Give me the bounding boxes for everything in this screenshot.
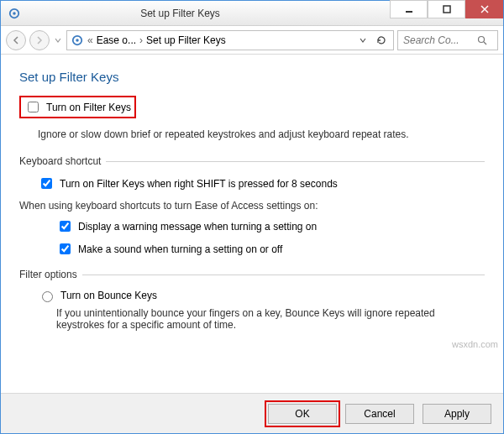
- svg-rect-3: [444, 6, 450, 13]
- search-icon[interactable]: [477, 35, 487, 45]
- breadcrumb-sep-icon[interactable]: ›: [139, 34, 143, 46]
- location-icon: [71, 34, 84, 47]
- bounce-keys-description: If you unintentionally bounce your finge…: [56, 307, 485, 331]
- warning-message-checkbox[interactable]: [60, 221, 71, 232]
- svg-rect-2: [406, 11, 412, 13]
- minimize-button[interactable]: [390, 0, 428, 18]
- turn-on-filter-keys-label[interactable]: Turn on Filter Keys: [46, 102, 131, 113]
- shift-shortcut-checkbox[interactable]: [41, 178, 52, 189]
- title-bar: Set up Filter Keys: [1, 1, 503, 26]
- turn-on-filter-keys-checkbox[interactable]: [28, 102, 39, 112]
- warning-message-label[interactable]: Display a warning message when turning a…: [78, 221, 317, 233]
- search-input[interactable]: [402, 34, 477, 47]
- shift-shortcut-label[interactable]: Turn on Filter Keys when right SHIFT is …: [60, 178, 338, 190]
- sound-label[interactable]: Make a sound when turning a setting on o…: [78, 243, 282, 255]
- window-title: Set up Filter Keys: [0, 8, 390, 19]
- window: Set up Filter Keys «: [0, 0, 504, 434]
- svg-point-8: [479, 36, 485, 42]
- recent-locations-button[interactable]: [53, 37, 63, 44]
- cancel-button[interactable]: Cancel: [345, 404, 414, 424]
- bounce-keys-radio[interactable]: [42, 291, 53, 302]
- page-title: Set up Filter Keys: [19, 70, 485, 84]
- maximize-button[interactable]: [428, 0, 465, 18]
- sound-checkbox[interactable]: [60, 243, 71, 254]
- watermark: wsxdn.com: [452, 339, 498, 349]
- dialog-footer: OK Cancel Apply: [1, 393, 503, 433]
- turn-on-filter-keys-group: Turn on Filter Keys: [19, 96, 136, 118]
- address-dropdown-icon[interactable]: [356, 37, 370, 44]
- divider: [106, 161, 485, 162]
- keyboard-shortcut-legend: Keyboard shortcut: [19, 155, 101, 167]
- breadcrumb-root-sep[interactable]: «: [87, 34, 93, 46]
- forward-button[interactable]: [29, 30, 50, 50]
- ok-button[interactable]: OK: [268, 404, 337, 424]
- address-bar[interactable]: « Ease o... › Set up Filter Keys: [66, 30, 394, 50]
- bounce-keys-label[interactable]: Turn on Bounce Keys: [60, 290, 157, 301]
- filter-options-legend: Filter options: [19, 269, 77, 280]
- close-button[interactable]: [465, 0, 503, 18]
- svg-point-7: [76, 39, 79, 42]
- nav-bar: « Ease o... › Set up Filter Keys: [1, 26, 503, 55]
- divider: [82, 275, 485, 275]
- shortcut-subtext: When using keyboard shortcuts to turn Ea…: [19, 200, 485, 212]
- filter-keys-description: Ignore or slow down brief or repeated ke…: [38, 128, 485, 140]
- content-area: Set up Filter Keys Turn on Filter Keys I…: [1, 55, 503, 393]
- breadcrumb-root[interactable]: Ease o...: [97, 34, 136, 46]
- search-box[interactable]: [397, 30, 498, 50]
- breadcrumb-current[interactable]: Set up Filter Keys: [146, 34, 226, 46]
- svg-line-9: [484, 42, 486, 44]
- back-button[interactable]: [6, 30, 26, 50]
- apply-button[interactable]: Apply: [423, 404, 491, 424]
- filter-options-group: Filter options Turn on Bounce Keys If yo…: [19, 269, 485, 331]
- keyboard-shortcut-group: Keyboard shortcut Turn on Filter Keys wh…: [19, 155, 485, 257]
- caption-buttons: [390, 1, 503, 25]
- refresh-button[interactable]: [373, 35, 390, 45]
